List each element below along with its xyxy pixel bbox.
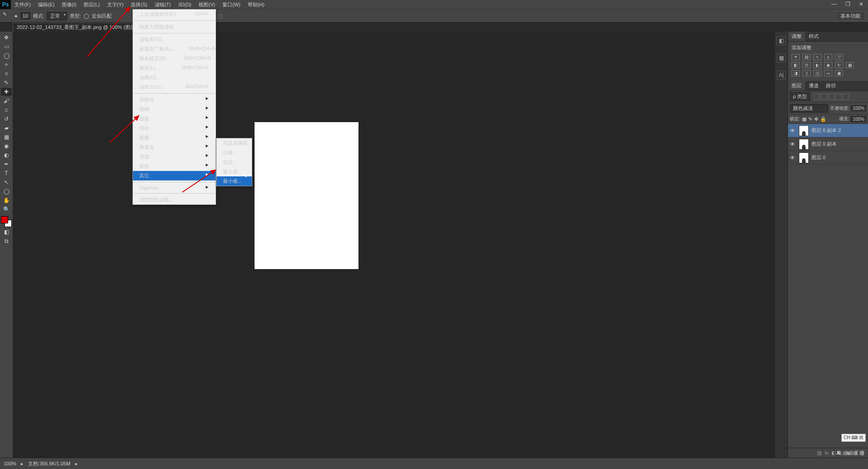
menu-image[interactable]: 图像(I) xyxy=(58,0,80,9)
doc-arrow-icon[interactable]: ▸ xyxy=(75,461,78,467)
layer-name[interactable]: 图层 0 副本 xyxy=(811,141,837,147)
menu-other[interactable]: 其它 xyxy=(133,171,216,180)
doc-size[interactable]: 文档:356.9K/1.05M xyxy=(28,460,71,467)
character-panel-icon[interactable]: A| xyxy=(777,71,786,80)
fill-value[interactable]: 100% xyxy=(851,116,866,122)
channels-tab[interactable]: 通道 xyxy=(805,81,822,90)
menu-oil-paint[interactable]: 油画(O)... xyxy=(133,73,216,82)
approx-match-label[interactable]: 近似匹配 xyxy=(92,13,112,19)
workspace-switcher[interactable]: 基本功能 xyxy=(835,11,865,21)
marquee-tool-icon[interactable]: ▭ xyxy=(1,43,12,51)
menu-layer[interactable]: 图层(L) xyxy=(80,0,103,9)
crop-tool-icon[interactable]: ⌗ xyxy=(1,70,12,78)
selective-icon[interactable]: ▣ xyxy=(835,70,843,76)
layer-name[interactable]: 图层 0 xyxy=(811,154,826,161)
type-tool-icon[interactable]: T xyxy=(1,169,12,177)
menu-custom[interactable]: 自定... xyxy=(217,157,252,167)
threshold-icon[interactable]: ◫ xyxy=(813,70,821,76)
filter-pixel-icon[interactable] xyxy=(814,94,820,100)
adjustments-tab[interactable]: 调整 xyxy=(788,32,805,41)
menu-stylize[interactable]: 风格化 xyxy=(133,95,216,104)
canvas-area[interactable]: 上次滤镜操作(F)Ctrl+F 转换为智能滤镜 滤镜库(G)... 自适应广角(… xyxy=(13,32,775,458)
brush-tool-icon2[interactable]: 🖌 xyxy=(1,97,12,105)
layer-name[interactable]: 图层 0 副本 2 xyxy=(811,127,841,134)
brush-panel-icon[interactable]: ⬚ xyxy=(217,13,222,19)
swatches-panel-icon[interactable]: ▦ xyxy=(777,53,786,62)
shape-tool-icon[interactable]: ◯ xyxy=(1,187,12,195)
path-tool-icon[interactable]: ↖ xyxy=(1,178,12,186)
move-tool-icon[interactable]: ✥ xyxy=(1,33,12,42)
radio-icon[interactable]: ◯ xyxy=(84,13,89,19)
menu-edit[interactable]: 编辑(E) xyxy=(34,0,58,9)
lookup-icon[interactable]: ▦ xyxy=(846,62,854,68)
menu-filter[interactable]: 滤镜(T) xyxy=(151,0,175,9)
lock-all-icon[interactable]: 🔒 xyxy=(820,116,826,122)
menu-sharpen[interactable]: 锐化 xyxy=(133,123,216,133)
ime-indicator[interactable]: CH ⌨ 简 xyxy=(841,434,866,442)
dodge-tool-icon[interactable]: ◐ xyxy=(1,151,12,159)
foreground-color[interactable] xyxy=(1,216,8,223)
lasso-tool-icon[interactable]: ◯ xyxy=(1,52,12,60)
posterize-icon[interactable]: ▯ xyxy=(802,70,811,76)
menu-vanishing[interactable]: 消失点(V)...Alt+Ctrl+V xyxy=(133,82,216,92)
paths-tab[interactable]: 路径 xyxy=(822,81,840,90)
gradient-map-icon[interactable]: ▭ xyxy=(824,70,832,76)
exposure-icon[interactable]: ± xyxy=(824,54,832,60)
menu-lens-correct[interactable]: 镜头校正(R)...Shift+Ctrl+R xyxy=(133,54,216,63)
levels-icon[interactable]: ▤ xyxy=(802,54,811,60)
quickmask-icon[interactable]: ◧ xyxy=(1,228,12,236)
menu-render[interactable]: 渲染 xyxy=(133,152,216,161)
menu-last-filter[interactable]: 上次滤镜操作(F)Ctrl+F xyxy=(133,9,216,19)
curves-icon[interactable]: ∿ xyxy=(813,54,821,60)
layer-item[interactable]: 👁 图层 0 xyxy=(788,151,868,165)
layers-tab[interactable]: 图层 xyxy=(788,81,805,90)
visibility-icon[interactable]: 👁 xyxy=(790,128,796,134)
document-canvas[interactable] xyxy=(255,122,359,269)
layer-thumb[interactable] xyxy=(799,152,809,163)
menu-select[interactable]: 选择(S) xyxy=(127,0,151,9)
lock-trans-icon[interactable]: ▦ xyxy=(802,116,807,122)
menu-liquify[interactable]: 液化(L)...Shift+Ctrl+X xyxy=(133,63,216,73)
pen-tool-icon[interactable]: ✒ xyxy=(1,160,12,168)
photo-filter-icon[interactable]: ◉ xyxy=(824,62,832,68)
filter-smart-icon[interactable] xyxy=(843,94,849,100)
gradient-tool-icon[interactable]: ▦ xyxy=(1,133,12,141)
opacity-value[interactable]: 100% xyxy=(851,105,866,111)
eyedropper-tool-icon[interactable]: ✎ xyxy=(1,79,12,87)
filter-shape-icon[interactable] xyxy=(835,94,842,100)
healing-tool-icon[interactable]: ✚ xyxy=(1,88,12,96)
menu-3d[interactable]: 3D(D) xyxy=(175,0,195,9)
blur-tool-icon[interactable]: ◉ xyxy=(1,142,12,150)
menu-video[interactable]: 视频 xyxy=(133,133,216,142)
menu-digimarc[interactable]: Digimarc xyxy=(133,184,216,192)
layer-fx-icon[interactable]: fx xyxy=(825,450,829,456)
maximize-button[interactable]: ❐ xyxy=(841,0,854,9)
menu-adaptive-wide[interactable]: 自适应广角(A)...Shift+Ctrl+A xyxy=(133,44,216,54)
bw-icon[interactable]: ◐ xyxy=(813,62,821,68)
layer-mask-icon[interactable]: ◧ xyxy=(831,450,836,456)
brush-size-icon[interactable]: ● xyxy=(14,13,18,19)
menu-highpass[interactable]: 高反差保留... xyxy=(217,138,252,148)
close-button[interactable]: ✕ xyxy=(854,0,868,9)
brightness-icon[interactable]: ☀ xyxy=(792,54,800,60)
filter-adjust-icon[interactable] xyxy=(821,94,827,100)
filter-type-icon[interactable] xyxy=(828,94,835,100)
history-brush-icon[interactable]: ↺ xyxy=(1,115,12,123)
stamp-tool-icon[interactable]: ⎌ xyxy=(1,106,12,114)
blend-mode-select[interactable]: 颜色减淡 xyxy=(790,104,828,113)
menu-filter-gallery[interactable]: 滤镜库(G)... xyxy=(133,35,216,44)
link-layers-icon[interactable]: ⛓ xyxy=(817,450,822,456)
lock-pos-icon[interactable]: ✥ xyxy=(814,116,818,122)
menu-offset[interactable]: 位移... xyxy=(217,148,252,157)
eraser-tool-icon[interactable]: ▰ xyxy=(1,124,12,132)
menu-window[interactable]: 窗口(W) xyxy=(219,0,244,9)
layer-thumb[interactable] xyxy=(799,139,809,150)
visibility-icon[interactable]: 👁 xyxy=(790,141,796,147)
menu-noise[interactable]: 杂色 xyxy=(133,161,216,171)
balance-icon[interactable]: ⚖ xyxy=(802,62,811,68)
vibrance-icon[interactable]: ▽ xyxy=(835,54,843,60)
layer-thumb[interactable] xyxy=(799,125,809,136)
hand-tool-icon[interactable]: ✋ xyxy=(1,196,12,204)
menu-distort[interactable]: 扭曲 xyxy=(133,114,216,123)
menu-convert-smart[interactable]: 转换为智能滤镜 xyxy=(133,22,216,32)
